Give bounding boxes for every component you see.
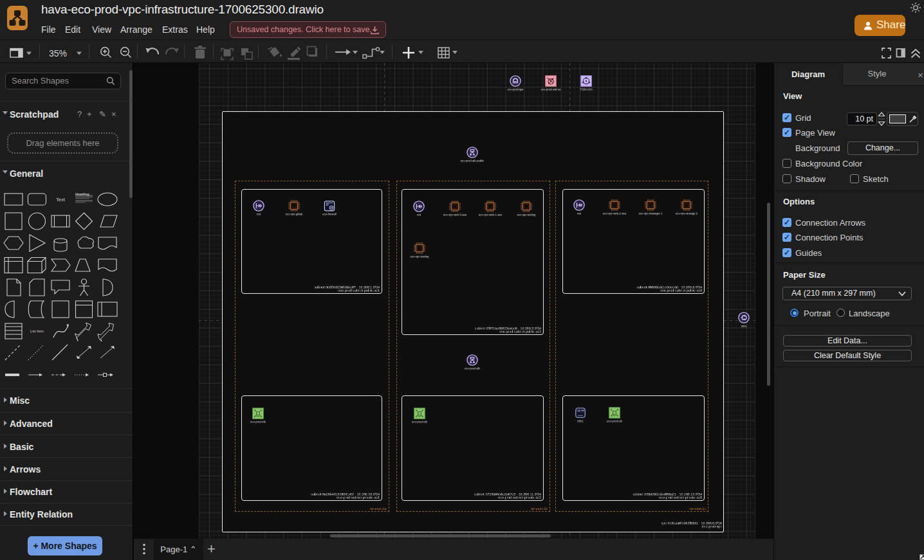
svg-text:List Item: List Item [30, 329, 44, 333]
svg-text:Text: Text [56, 197, 66, 203]
svg-text:35%: 35% [49, 48, 67, 59]
